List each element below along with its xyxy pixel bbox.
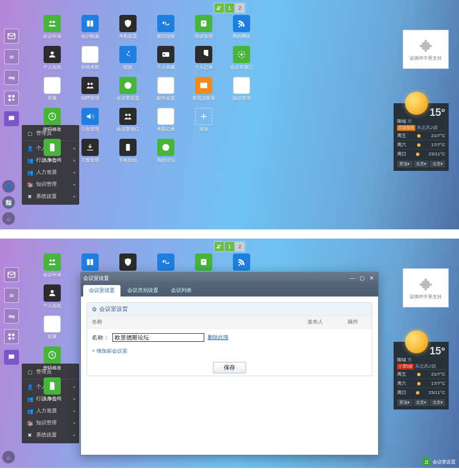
app-知识管理[interactable]: 知识管理 [223,77,260,108]
svg-point-18 [87,83,90,85]
app-下载管理[interactable]: 下载管理 [71,139,109,170]
rail-2-day-icon[interactable]: day [4,309,19,323]
window-minimize-icon[interactable]: — [348,275,356,282]
app-会议申请[interactable]: 会议申请 [33,15,71,46]
rail-calendar-icon[interactable]: 23 [4,49,19,64]
svg-point-19 [91,83,93,85]
window-close-icon[interactable]: ✕ [368,275,376,282]
pager-2-page-1[interactable]: 1 [225,242,234,251]
start-menu-2-settings[interactable]: ✖系统设置▸ [22,429,79,441]
rail-2-home-icon[interactable]: ⌂ [2,451,15,463]
weather-select-1[interactable]: 置顶▾ [397,161,413,167]
app-label: 人事合同 [43,157,61,163]
pager-2-home-icon[interactable] [215,242,224,251]
app-会议室预订[interactable]: 会议室预订 [223,46,260,77]
app-label: 会议申请 [43,272,61,278]
start-menu-2-knowledge[interactable]: 📚知识管理▸ [22,417,79,429]
shield-icon [119,253,137,271]
rail-user-icon[interactable]: 👤 [2,180,15,193]
room-name-input[interactable] [112,333,204,342]
rail-2-add-tile-icon[interactable] [4,329,19,344]
app-考勤记录[interactable]: 考勤记录 [147,108,185,139]
app-资讯交换系[interactable]: 资讯交换系 [185,77,223,108]
app-个人收藏[interactable]: 个人收藏 [147,46,185,77]
app-培训管理[interactable]: 培训管理 [185,15,223,46]
window-maximize-icon[interactable]: ▢ [358,275,366,282]
pie-icon [195,46,212,63]
app-绩效[interactable]: 绩效 [109,46,147,77]
weather-widget[interactable]: 15° 聊城 市 市级预警 东北风2级 周五21/7°C 周六17/7°C 周日… [394,103,449,171]
app-在线考勤[interactable]: 在线考勤 [71,46,109,77]
app-添加[interactable]: 添加 [185,108,223,139]
pager-home-icon[interactable] [215,3,224,13]
app-密码修改[interactable]: 密码修改 [33,346,71,377]
pager-page-2[interactable]: 2 [235,3,244,13]
app-人事合同[interactable]: 人事合同 [33,377,71,408]
plugin-widget-text-2: 该插件不受支持 [410,294,442,300]
rail-chat-icon[interactable] [4,111,19,126]
delete-link[interactable]: 删除此项 [208,334,228,341]
app-密码修改[interactable]: 密码修改 [33,108,71,139]
wave-icon [157,253,174,271]
badge-icon [195,253,212,271]
rail-home-icon[interactable]: ⌂ [2,212,15,225]
app-公告管理[interactable]: 公告管理 [71,108,109,139]
gear-icon [233,46,250,63]
rail-day-icon[interactable]: day [4,70,19,85]
tab-room-settings[interactable]: 会议室设置 [83,285,120,296]
app-招聘管理[interactable]: 招聘管理 [71,77,109,108]
rail-mail-icon[interactable] [4,29,19,44]
tab-category-settings[interactable]: 会议类别设置 [122,285,164,296]
weather-badge-2: 小雪5级 [397,364,414,369]
plugin-widget: 该插件不受支持 [403,30,449,69]
app-会议室设置[interactable]: 会议室设置 [109,77,147,108]
app-label: 手机短信 [119,157,137,163]
rail-2-mail-icon[interactable] [4,267,19,282]
app-人事合同[interactable]: 人事合同 [33,139,71,170]
app-会议室预订[interactable]: 会议室预订 [109,108,147,139]
app-手机短信[interactable]: 手机短信 [109,139,147,170]
app-知识检索[interactable]: 知识检索 [71,15,109,46]
app-我的网络[interactable]: 我的网络 [223,15,260,46]
app-投票[interactable]: 投票 [33,315,71,346]
taskbar-app-icon[interactable] [422,458,430,466]
weather-widget-2[interactable]: 15° 聊城 市 小雪5级 东北风2级 周五21/7°C 周六17/7°C 周日… [394,342,449,409]
weather-select-2[interactable]: 北京▾ [414,161,429,167]
app-投票[interactable]: 投票 [33,77,71,108]
app-测试按钮[interactable]: 测试按钮 [147,15,185,46]
run-icon [119,46,137,63]
window-titlebar[interactable]: 会议室设置 — ▢ ✕ [81,272,378,284]
rail-add-tile-icon[interactable] [4,91,19,106]
pager-2-page-2[interactable]: 2 [235,242,244,251]
weather-select-3[interactable]: 北京▾ [430,161,445,167]
svg-rect-15 [162,52,169,57]
mail-icon [195,77,212,94]
app-考勤设置[interactable]: 考勤设置 [109,15,147,46]
start-menu-knowledge[interactable]: 📚知识管理▸ [22,178,79,190]
list-icon [157,108,174,125]
svg-point-17 [240,53,243,56]
svg-point-32 [127,149,128,150]
tab-meeting-list[interactable]: 会议列表 [165,285,197,296]
start-menu-settings[interactable]: ✖系统设置▸ [22,190,79,202]
add-room-link[interactable]: + 增加新会议室 [87,346,372,360]
app-会议申请[interactable]: 会议申请 [33,253,71,284]
rail-2-chat-icon[interactable] [4,350,19,365]
rail-refresh-icon[interactable]: 🔄 [2,196,15,209]
name-label: 名称： [92,334,109,342]
app-个人信息[interactable]: 个人信息 [33,46,71,77]
app-我的论坛[interactable]: 我的论坛 [147,139,185,170]
app-邮件设置[interactable]: 邮件设置 [147,77,185,108]
sound-icon [81,108,99,125]
left-rail-2: 23 day [0,267,23,365]
svg-point-42 [203,260,205,262]
app-个人记录[interactable]: 个人记录 [185,46,223,77]
save-button[interactable]: 保存 [213,362,246,373]
app-个人信息[interactable]: 个人信息 [33,284,71,315]
taskbar-label[interactable]: 会议室设置 [433,459,456,465]
badge-icon [195,15,212,32]
pager-page-1[interactable]: 1 [225,3,234,13]
taskbar: 会议室设置 [422,458,456,466]
svg-rect-27 [163,114,169,115]
rail-2-calendar-icon[interactable]: 23 [4,288,19,303]
